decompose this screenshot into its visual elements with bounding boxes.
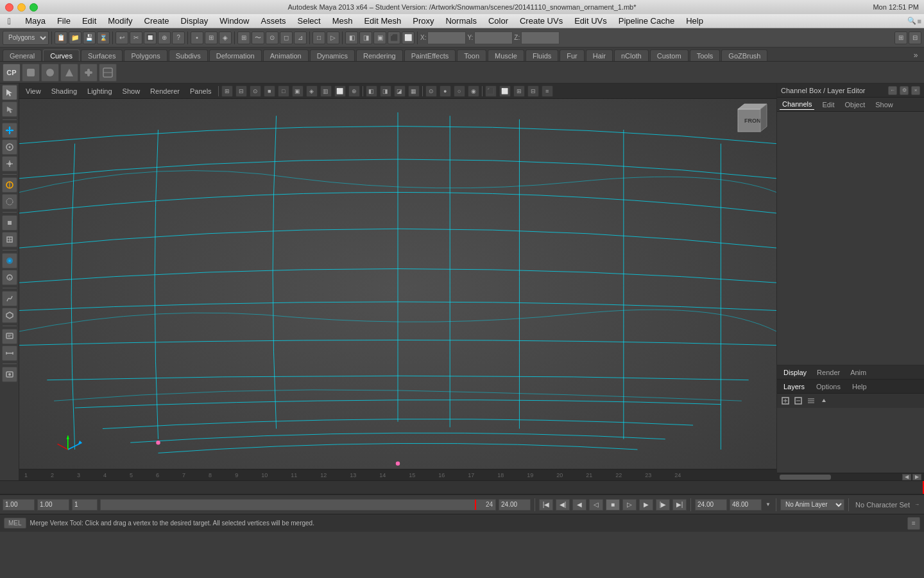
current-time-field[interactable] — [37, 499, 69, 511]
shelf-tab-subdivs[interactable]: Subdivs — [169, 49, 208, 61]
toolbar-icon-10[interactable]: ▪ — [191, 31, 203, 44]
viewport-menu-show[interactable]: Show — [119, 86, 144, 96]
layer-scrollbar[interactable]: ◀ ▶ — [777, 473, 924, 480]
shelf-tab-polygons[interactable]: Polygons — [124, 49, 167, 61]
toolbar-icon-7[interactable]: 🔲 — [144, 31, 157, 44]
vp-icon-16[interactable]: ● — [440, 85, 451, 97]
vp-icon-23[interactable]: ≡ — [542, 85, 553, 97]
shelf-tab-curves[interactable]: Curves — [43, 49, 80, 61]
frame-field[interactable] — [72, 499, 98, 511]
shelf-tab-fur[interactable]: Fur — [560, 49, 585, 61]
snap-grid-icon[interactable]: ⊞ — [237, 31, 250, 44]
char-set-options-icon[interactable]: → — [912, 500, 921, 509]
shelf-tab-surfaces[interactable]: Surfaces — [81, 49, 123, 61]
render-all-icon[interactable]: ▷ — [327, 31, 339, 44]
jump-end-btn[interactable]: ▶| — [672, 499, 687, 511]
le-tab-render[interactable]: Render — [813, 367, 844, 378]
vp-icon-8[interactable]: ▥ — [320, 85, 332, 97]
shelf-tab-hair[interactable]: Hair — [586, 49, 613, 61]
cb-tab-show[interactable]: Show — [873, 100, 896, 110]
le-subtab-layers[interactable]: Layers — [780, 381, 809, 392]
channel-box-lock-icon[interactable]: ← — [888, 86, 897, 95]
viewport-menu-shading[interactable]: Shading — [47, 86, 81, 96]
paint-skin-weights[interactable] — [2, 253, 17, 268]
shelf-icon-3[interactable] — [60, 64, 78, 82]
lattice-tool[interactable] — [2, 232, 17, 247]
timeline-area[interactable] — [0, 480, 924, 495]
vp-icon-6[interactable]: ▣ — [292, 85, 304, 97]
snap-point-icon[interactable]: ⊙ — [266, 31, 278, 44]
le-subtab-options[interactable]: Options — [812, 381, 844, 392]
vp-icon-15[interactable]: ⊙ — [425, 85, 437, 97]
3d-viewport-canvas[interactable] — [19, 99, 776, 480]
x-field[interactable] — [427, 31, 466, 44]
menu-maya[interactable]: Maya — [20, 15, 51, 27]
z-field[interactable] — [521, 31, 560, 44]
vp-icon-17[interactable]: ○ — [454, 85, 465, 97]
vp-icon-14[interactable]: ▦ — [408, 85, 420, 97]
vp-icon-21[interactable]: ⊞ — [513, 85, 525, 97]
apple-menu[interactable]:  — [3, 15, 16, 28]
soft-mod-tool[interactable] — [2, 194, 17, 209]
tb-right-1[interactable]: ⊞ — [894, 31, 907, 44]
scroll-left-btn[interactable]: ◀ — [902, 474, 911, 480]
vp-icon-20[interactable]: ⬜ — [499, 85, 511, 97]
shelf-tab-dynamics[interactable]: Dynamics — [310, 49, 355, 61]
menu-select[interactable]: Select — [293, 15, 326, 27]
cb-tab-edit[interactable]: Edit — [819, 100, 837, 110]
playback-start-field[interactable] — [695, 499, 727, 511]
menu-create[interactable]: Create — [139, 15, 175, 27]
toolbar-icon-2[interactable]: 📁 — [69, 31, 81, 44]
paint-select[interactable] — [2, 270, 17, 285]
scale-tool[interactable] — [2, 156, 17, 171]
toolbar-icon-5[interactable]: ↩ — [116, 31, 128, 44]
vp-icon-12[interactable]: ◨ — [380, 85, 391, 97]
menu-proxy[interactable]: Proxy — [407, 15, 439, 27]
viewport-menu-view[interactable]: View — [22, 86, 45, 96]
lasso-tool[interactable] — [2, 101, 17, 117]
le-icon-delete-layer[interactable] — [792, 395, 804, 407]
feedback-icon[interactable]: ≡ — [907, 517, 920, 530]
menu-create-uvs[interactable]: Create UVs — [515, 15, 568, 27]
menu-window[interactable]: Window — [214, 15, 254, 27]
toolbar-icon-4[interactable]: ⌛ — [97, 31, 110, 44]
shelf-tab-ncloth[interactable]: nCloth — [614, 49, 649, 61]
toolbar-icon-8[interactable]: ⊕ — [158, 31, 171, 44]
close-button[interactable] — [5, 3, 13, 12]
universal-manipulator[interactable] — [2, 177, 17, 193]
shelf-tab-toon[interactable]: Toon — [457, 49, 486, 61]
tb-icon-a[interactable]: ◧ — [345, 31, 358, 44]
shelf-tab-gozbrush[interactable]: GoZBrush — [721, 49, 767, 61]
tb-icon-e[interactable]: ⬜ — [402, 31, 415, 44]
playback-options-btn[interactable]: ▼ — [764, 499, 772, 511]
menu-pipeline-cache[interactable]: Pipeline Cache — [613, 15, 680, 27]
jump-start-btn[interactable]: |◀ — [539, 499, 553, 511]
shelf-tab-muscle[interactable]: Muscle — [488, 49, 524, 61]
menu-edit-mesh[interactable]: Edit Mesh — [359, 15, 406, 27]
annotation-tool[interactable] — [2, 329, 17, 344]
play-back-btn[interactable]: ◁ — [589, 499, 603, 511]
shelf-expand-icon[interactable]: » — [910, 49, 921, 61]
vp-icon-19[interactable]: ⬛ — [485, 85, 497, 97]
scroll-right-btn[interactable]: ▶ — [912, 474, 921, 480]
tb-icon-d[interactable]: ⬛ — [388, 31, 400, 44]
snap-view-icon[interactable]: ◻ — [280, 31, 293, 44]
le-icon-sort[interactable] — [818, 395, 830, 407]
minimize-button[interactable] — [17, 3, 26, 12]
playback-end-field[interactable] — [730, 499, 762, 511]
select-tool[interactable] — [2, 85, 17, 100]
menu-file[interactable]: File — [52, 15, 76, 27]
options-icon[interactable]: ≡ — [918, 17, 921, 25]
menu-modify[interactable]: Modify — [103, 15, 137, 27]
shelf-tab-animation[interactable]: Animation — [263, 49, 309, 61]
toolbar-icon-6[interactable]: ✂ — [130, 31, 142, 44]
vp-icon-3[interactable]: ⊙ — [250, 85, 261, 97]
viewport[interactable]: View Shading Lighting Show Renderer Pane… — [19, 83, 776, 480]
shelf-icon-1[interactable] — [22, 64, 40, 82]
snap-curve-icon[interactable]: 〜 — [252, 31, 264, 44]
vp-icon-1[interactable]: ⊞ — [221, 85, 233, 97]
viewport-menu-renderer[interactable]: Renderer — [146, 86, 184, 96]
start-time-field[interactable] — [3, 499, 35, 511]
vp-icon-2[interactable]: ⊟ — [235, 85, 247, 97]
shelf-tab-rendering[interactable]: Rendering — [356, 49, 403, 61]
